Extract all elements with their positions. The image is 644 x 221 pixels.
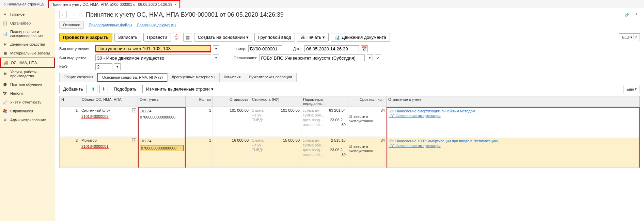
row-params[interactable]: сумма ам...63 201,04 сумма обе... дата в… xyxy=(301,107,347,137)
p-val: 23.06.2... xyxy=(330,118,346,122)
tab-accounting[interactable]: Бухгалтерская операция xyxy=(245,73,297,82)
close-icon[interactable]: × xyxy=(174,2,176,6)
col-srok[interactable]: Срок пол. исп. xyxy=(347,96,387,107)
row-obj[interactable]: ↗ Монитор 2101340000001 xyxy=(80,137,138,167)
sidebar-label: Учет и отчетность xyxy=(10,100,42,104)
row-n[interactable]: 1 xyxy=(60,107,80,137)
vid-im-input[interactable] xyxy=(95,54,211,61)
sidebar-item-directories[interactable]: 📚Справочники xyxy=(0,107,55,115)
related-link[interactable]: Связанные документы xyxy=(137,23,176,27)
move-up-button[interactable]: ⬆ xyxy=(89,85,97,93)
home-tab[interactable]: ⌂ Начальная страница xyxy=(0,0,47,8)
p-label: сумма ам... xyxy=(303,108,323,112)
row-params[interactable]: сумма ам...2 513,18 сумма обе... дата вв… xyxy=(301,137,347,167)
org-dropdown[interactable]: ▼ xyxy=(367,54,373,61)
change-rows-button[interactable]: Изменить выделенные строки ▾ xyxy=(142,85,217,93)
card-icon[interactable]: ↗ xyxy=(132,138,136,142)
print-button[interactable]: 🖨 Печать ▾ xyxy=(297,33,329,42)
tab-precious[interactable]: Драгоценные материалы xyxy=(167,73,220,82)
grid-more-button[interactable]: Еще ▾ xyxy=(624,85,640,93)
document-tab[interactable]: Принятие к учету ОС, НМА, НПА БУ00-00000… xyxy=(48,0,180,8)
col-qty[interactable]: Кол-во xyxy=(186,96,213,107)
col-costnu[interactable]: Стоимость (НУ) xyxy=(250,96,301,107)
row-acc[interactable]: 101.34 07060000000000000 xyxy=(139,138,185,168)
row-cost[interactable]: 101 000,00 xyxy=(213,107,250,137)
forward-button[interactable]: → xyxy=(69,11,76,18)
vid-im-dropdown[interactable]: ▼ xyxy=(213,54,219,61)
more-button[interactable]: Еще ▾ ? xyxy=(619,33,640,41)
p-val: 23.06.2... xyxy=(330,148,346,152)
provesti-button[interactable]: Провести xyxy=(143,33,171,42)
row-srok[interactable]: 84 ☑ввести в эксплуатацию xyxy=(347,137,386,167)
back-button[interactable]: ← xyxy=(59,11,67,18)
zapisat-button[interactable]: Записать xyxy=(114,33,141,42)
sidebar-item-taxes[interactable]: 🦅Налоги xyxy=(0,89,55,98)
row-cost[interactable]: 16 000,00 xyxy=(213,137,250,167)
star-icon[interactable]: ☆ xyxy=(78,11,84,18)
row-costnu[interactable]: Сумма:101 000,00 Не уч.: ЕНВД: xyxy=(250,107,301,137)
row-acc[interactable]: 101.34 07060000000000000 xyxy=(139,108,185,138)
card-icon[interactable]: ↗ xyxy=(132,108,136,112)
sozdat-button[interactable]: Создать на основании ▾ xyxy=(194,33,252,42)
otr-link-nu[interactable]: НУ: Начисление амортизации xyxy=(389,144,638,148)
row-qty[interactable]: 1 xyxy=(186,107,213,137)
sidebar-item-materials[interactable]: ▦Материальные запасы xyxy=(0,49,55,58)
main-section-button[interactable]: Основное xyxy=(59,21,84,29)
calendar-button[interactable]: 📅 xyxy=(361,45,368,52)
sidebar-item-organizer[interactable]: 📋Органайзер xyxy=(0,19,55,28)
otr-link-nu[interactable]: НУ: Начисление амортизации xyxy=(389,114,638,118)
sidebar-item-admin[interactable]: ⚙Администрирование xyxy=(0,115,55,124)
sidebar-item-money[interactable]: ₽Денежные средства xyxy=(0,40,55,49)
org-input[interactable] xyxy=(259,54,365,61)
group-input-button[interactable]: Групповой ввод xyxy=(254,33,295,42)
row-obj[interactable]: ↗ Системный блок 2101340000002 xyxy=(80,107,138,137)
sidebar-item-reports[interactable]: 📈Учет и отчетность xyxy=(0,98,55,107)
tab-os-nma[interactable]: Основные средства, НМА, НПА (2) xyxy=(97,73,168,82)
col-params[interactable]: Параметры переданны... xyxy=(301,96,347,107)
vid-post-dropdown[interactable]: ▼ xyxy=(213,45,219,52)
sidebar-item-planning[interactable]: 📊Планирование и санкционирование xyxy=(0,28,55,40)
row-costnu[interactable]: Сумма:15 000,00 Не уч.: ЕНВД: xyxy=(250,137,301,167)
row-srok[interactable]: 84 ☑ввести в эксплуатацию xyxy=(347,107,386,137)
dt-kt-button[interactable]: ДтКт xyxy=(173,32,181,42)
movements-button[interactable]: 📊 Движения документа xyxy=(331,33,390,42)
row-n[interactable]: 2 xyxy=(60,137,80,167)
otr-link-bu[interactable]: БУ: Начисление 100% амортизации при ввод… xyxy=(389,139,638,143)
row-otr[interactable]: БУ: Начисление амортизации линейным мето… xyxy=(387,108,639,138)
more-icon[interactable]: ⋮ xyxy=(632,11,640,18)
row-otr[interactable]: БУ: Начисление 100% амортизации при ввод… xyxy=(387,138,639,168)
move-down-button[interactable]: ⬇ xyxy=(99,85,108,93)
grid-body: 1 2 ↗ Системный блок 2101340000002 ↗ Мон… xyxy=(60,107,640,168)
nu-label: ЕНВД: xyxy=(252,148,263,152)
acc2-selected[interactable]: 07060000000000000 xyxy=(140,145,184,151)
tab-commission[interactable]: Комиссия xyxy=(219,73,245,82)
col-cost[interactable]: Стоимость xyxy=(213,96,250,107)
vid-post-input[interactable] xyxy=(95,45,211,52)
col-n[interactable]: N xyxy=(60,96,80,107)
tools-icon: ⚒ xyxy=(3,72,7,76)
sidebar-item-education[interactable]: 🎓Платное обучение xyxy=(0,80,55,89)
sidebar-label: Налоги xyxy=(10,91,23,95)
col-obj[interactable]: Объект ОС, НМА, НПА xyxy=(80,96,138,107)
kfo-dropdown[interactable]: ▼ xyxy=(114,63,121,70)
tab-general[interactable]: Общие сведения xyxy=(59,73,98,82)
data-input[interactable] xyxy=(304,45,359,52)
sidebar-item-os-nma[interactable]: 🚚ОС, НМА, НПА xyxy=(0,58,55,68)
nomer-input[interactable] xyxy=(248,45,282,52)
sidebar-item-main[interactable]: ≡Главное xyxy=(0,10,55,19)
add-button[interactable]: Добавить xyxy=(59,85,87,93)
link-icon[interactable]: 🔗 xyxy=(624,11,631,18)
pick-button[interactable]: Подобрать xyxy=(110,85,140,93)
provesti-zakryt-button[interactable]: Провести и закрыть xyxy=(59,33,112,42)
kfo-input[interactable] xyxy=(95,63,112,70)
row-qty[interactable]: 1 xyxy=(186,137,213,167)
files-link[interactable]: Присоединенные файлы xyxy=(89,23,132,27)
doc-icon-button[interactable]: ▤ xyxy=(183,33,192,42)
sidebar-item-services[interactable]: ⚒Услуги, работы, производство xyxy=(0,68,55,80)
otr-link-bu[interactable]: БУ: Начисление амортизации линейным мето… xyxy=(389,109,638,113)
sidebar-label: Денежные средства xyxy=(10,42,45,46)
sidebar-label: Администрирование xyxy=(10,118,46,122)
org-open[interactable]: ↗ xyxy=(375,54,381,61)
col-otr[interactable]: Отражение в учете xyxy=(387,96,640,107)
col-acc[interactable]: Счет учета xyxy=(138,96,186,107)
